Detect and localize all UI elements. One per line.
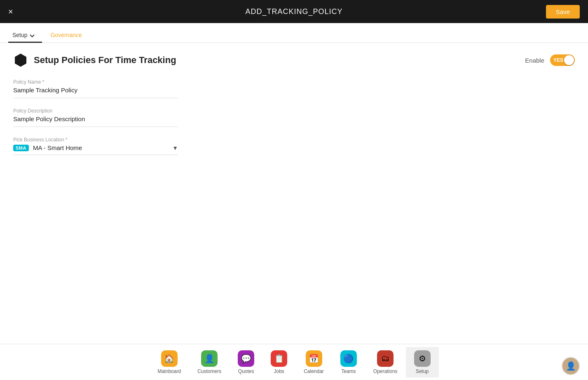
quotes-label: Quotes	[238, 368, 254, 374]
toggle-label: YES	[553, 57, 563, 63]
enable-label: Enable	[525, 57, 544, 64]
business-location-label: Pick Business Location *	[13, 137, 178, 143]
toggle-thumb	[564, 55, 574, 65]
policy-description-label: Policy Description	[13, 108, 178, 114]
policy-name-value[interactable]: Sample Tracking Policy	[13, 87, 178, 98]
bottom-nav: 🏠 Mainboard 👤 Customers 💬 Quotes 📋 Jobs …	[0, 344, 588, 380]
location-value: MA - Smart Home	[33, 144, 168, 151]
teams-icon: 🔵	[340, 350, 357, 367]
user-avatar[interactable]: 👤	[562, 357, 580, 375]
location-badge: SMA	[13, 145, 29, 151]
tab-setup[interactable]: Setup	[8, 28, 42, 42]
policy-name-label: Policy Name *	[13, 79, 178, 85]
customers-label: Customers	[197, 368, 221, 374]
close-button[interactable]: ×	[8, 7, 13, 16]
setup-icon: ⚙	[414, 350, 431, 367]
enable-group: Enable YES	[525, 54, 575, 66]
nav-items: 🏠 Mainboard 👤 Customers 💬 Quotes 📋 Jobs …	[149, 347, 438, 378]
nav-item-customers[interactable]: 👤 Customers	[189, 347, 230, 378]
calendar-icon: 📅	[306, 350, 322, 367]
svg-marker-0	[15, 54, 26, 67]
mainboard-label: Mainboard	[157, 368, 181, 374]
nav-item-operations[interactable]: 🗂 Operations	[365, 347, 406, 378]
enable-toggle[interactable]: YES	[550, 54, 575, 66]
hexagon-icon	[13, 53, 28, 68]
quotes-icon: 💬	[238, 350, 254, 367]
calendar-label: Calendar	[304, 368, 324, 374]
jobs-icon: 📋	[271, 350, 287, 367]
customers-icon: 👤	[201, 350, 218, 367]
business-location-dropdown[interactable]: SMA MA - Smart Home ▼	[13, 144, 178, 155]
operations-icon: 🗂	[377, 350, 394, 367]
teams-label: Teams	[341, 368, 356, 374]
jobs-label: Jobs	[274, 368, 284, 374]
tab-governance[interactable]: Governance	[46, 28, 90, 42]
section-title: Setup Policies For Time Tracking	[34, 55, 176, 66]
policy-name-field: Policy Name * Sample Tracking Policy	[13, 79, 178, 98]
nav-item-calendar[interactable]: 📅 Calendar	[295, 347, 332, 378]
policy-description-field: Policy Description Sample Policy Descrip…	[13, 108, 178, 127]
page-title: ADD_TRACKING_POLICY	[245, 7, 342, 16]
tab-active-indicator	[30, 33, 35, 38]
section-header: Setup Policies For Time Tracking Enable …	[13, 53, 575, 68]
nav-item-jobs[interactable]: 📋 Jobs	[262, 347, 295, 378]
policy-description-value[interactable]: Sample Policy Description	[13, 115, 178, 127]
setup-label: Setup	[416, 368, 429, 374]
dropdown-arrow-icon: ▼	[172, 145, 178, 151]
save-button[interactable]: Save	[546, 5, 580, 19]
main-content: Setup Policies For Time Tracking Enable …	[0, 43, 588, 344]
business-location-field: Pick Business Location * SMA MA - Smart …	[13, 137, 178, 155]
app-header: × ADD_TRACKING_POLICY Save	[0, 0, 588, 23]
section-title-group: Setup Policies For Time Tracking	[13, 53, 176, 68]
tab-bar: Setup Governance	[0, 23, 588, 43]
nav-item-quotes[interactable]: 💬 Quotes	[230, 347, 262, 378]
operations-label: Operations	[373, 368, 398, 374]
nav-item-teams[interactable]: 🔵 Teams	[332, 347, 365, 378]
mainboard-icon: 🏠	[161, 350, 178, 367]
nav-item-setup[interactable]: ⚙ Setup	[406, 347, 439, 378]
nav-item-mainboard[interactable]: 🏠 Mainboard	[149, 347, 189, 378]
